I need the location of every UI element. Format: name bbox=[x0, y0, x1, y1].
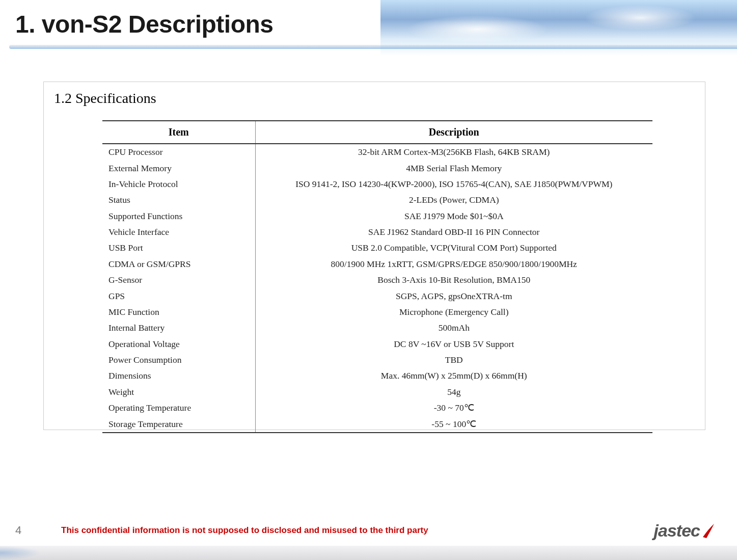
table-row: Power ConsumptionTBD bbox=[102, 352, 652, 368]
section-title: 1.2 Specifications bbox=[54, 90, 156, 106]
table-row: DimensionsMax. 46mm(W) x 25mm(D) x 66mm(… bbox=[102, 368, 652, 384]
spec-item: Operational Voltage bbox=[102, 336, 255, 352]
table-header-item: Item bbox=[102, 121, 255, 144]
bottom-bar-decoration bbox=[0, 546, 737, 560]
spec-item: Dimensions bbox=[102, 368, 255, 384]
spec-description: -55 ~ 100℃ bbox=[255, 416, 652, 432]
table-row: In-Vehicle ProtocolISO 9141-2, ISO 14230… bbox=[102, 176, 652, 192]
spec-item: Storage Temperature bbox=[102, 416, 255, 432]
spec-description: Bosch 3-Axis 10-Bit Resolution, BMA150 bbox=[255, 272, 652, 288]
table-row: External Memory4MB Serial Flash Memory bbox=[102, 160, 652, 176]
spec-item: In-Vehicle Protocol bbox=[102, 176, 255, 192]
spec-item: External Memory bbox=[102, 160, 255, 176]
spec-item: G-Sensor bbox=[102, 272, 255, 288]
spec-description: Microphone (Emergency Call) bbox=[255, 304, 652, 320]
spec-item: GPS bbox=[102, 288, 255, 304]
spec-item: USB Port bbox=[102, 240, 255, 256]
table-header-description: Description bbox=[255, 121, 652, 144]
title-underline bbox=[9, 45, 737, 49]
spec-description: SAE J1962 Standard OBD-II 16 PIN Connect… bbox=[255, 224, 652, 240]
spec-description: ISO 9141-2, ISO 14230-4(KWP-2000), ISO 1… bbox=[255, 176, 652, 192]
spec-item: CDMA or GSM/GPRS bbox=[102, 256, 255, 272]
table-row: Storage Temperature-55 ~ 100℃ bbox=[102, 416, 652, 432]
spec-description: SGPS, AGPS, gpsOneXTRA-tm bbox=[255, 288, 652, 304]
page-number: 4 bbox=[15, 524, 21, 537]
table-row: Operational VoltageDC 8V ~16V or USB 5V … bbox=[102, 336, 652, 352]
spec-item: Operating Temperature bbox=[102, 400, 255, 416]
spec-description: 2-LEDs (Power, CDMA) bbox=[255, 192, 652, 208]
logo-text: jastec bbox=[654, 521, 700, 541]
confidential-notice: This confidential information is not sup… bbox=[61, 525, 428, 536]
table-row: USB PortUSB 2.0 Compatible, VCP(Vitural … bbox=[102, 240, 652, 256]
table-row: Vehicle InterfaceSAE J1962 Standard OBD-… bbox=[102, 224, 652, 240]
table-row: G-SensorBosch 3-Axis 10-Bit Resolution, … bbox=[102, 272, 652, 288]
table-row: CPU Processor32-bit ARM Cortex-M3(256KB … bbox=[102, 144, 652, 160]
spec-description: 500mAh bbox=[255, 320, 652, 336]
logo-swoosh-icon bbox=[701, 522, 717, 540]
table-row: Internal Battery500mAh bbox=[102, 320, 652, 336]
spec-description: TBD bbox=[255, 352, 652, 368]
page-title: 1. von-S2 Descriptions bbox=[15, 10, 273, 38]
spec-item: Power Consumption bbox=[102, 352, 255, 368]
spec-description: USB 2.0 Compatible, VCP(Vitural COM Port… bbox=[255, 240, 652, 256]
spec-description: 800/1900 MHz 1xRTT, GSM/GPRS/EDGE 850/90… bbox=[255, 256, 652, 272]
spec-description: SAE J1979 Mode $01~$0A bbox=[255, 208, 652, 224]
table-row: Operating Temperature-30 ~ 70℃ bbox=[102, 400, 652, 416]
spec-item: CPU Processor bbox=[102, 144, 255, 160]
spec-item: Status bbox=[102, 192, 255, 208]
table-row: CDMA or GSM/GPRS800/1900 MHz 1xRTT, GSM/… bbox=[102, 256, 652, 272]
table-row: Supported FunctionsSAE J1979 Mode $01~$0… bbox=[102, 208, 652, 224]
spec-description: DC 8V ~16V or USB 5V Support bbox=[255, 336, 652, 352]
spec-description: 32-bit ARM Cortex-M3(256KB Flash, 64KB S… bbox=[255, 144, 652, 160]
spec-item: Weight bbox=[102, 384, 255, 400]
spec-item: MIC Function bbox=[102, 304, 255, 320]
footer-logo: jastec bbox=[654, 521, 717, 541]
table-row: MIC FunctionMicrophone (Emergency Call) bbox=[102, 304, 652, 320]
specifications-table: Item Description CPU Processor32-bit ARM… bbox=[102, 120, 652, 433]
spec-description: 4MB Serial Flash Memory bbox=[255, 160, 652, 176]
spec-description: Max. 46mm(W) x 25mm(D) x 66mm(H) bbox=[255, 368, 652, 384]
content-box: 1.2 Specifications Item Description CPU … bbox=[43, 82, 705, 430]
spec-item: Vehicle Interface bbox=[102, 224, 255, 240]
table-header-row: Item Description bbox=[102, 121, 652, 144]
spec-item: Internal Battery bbox=[102, 320, 255, 336]
spec-description: 54g bbox=[255, 384, 652, 400]
table-row: Status2-LEDs (Power, CDMA) bbox=[102, 192, 652, 208]
spec-item: Supported Functions bbox=[102, 208, 255, 224]
table-row: GPSSGPS, AGPS, gpsOneXTRA-tm bbox=[102, 288, 652, 304]
table-row: Weight54g bbox=[102, 384, 652, 400]
spec-description: -30 ~ 70℃ bbox=[255, 400, 652, 416]
